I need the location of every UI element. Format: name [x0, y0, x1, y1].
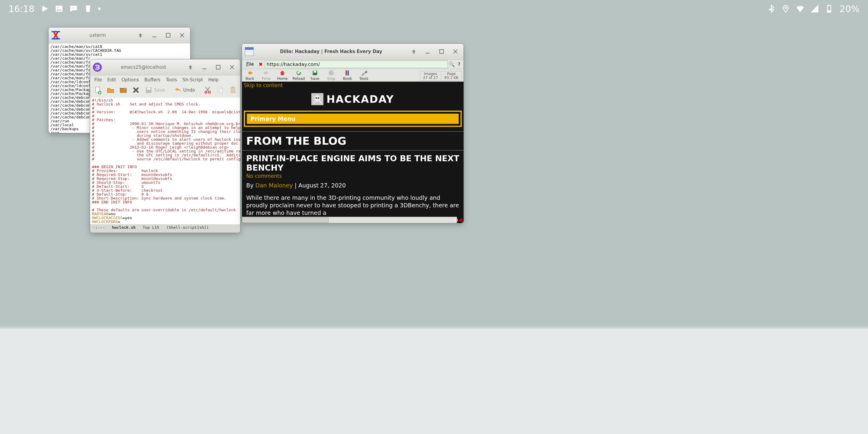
close-button[interactable] — [176, 30, 188, 41]
file-menu-label: ile — [249, 61, 254, 67]
back-button[interactable]: Back — [244, 70, 256, 81]
maximize-button[interactable] — [213, 61, 224, 73]
article-title[interactable]: PRINT-IN-PLACE ENGINE AIMS TO BE THE NEX… — [246, 154, 459, 173]
svg-rect-7 — [828, 10, 831, 12]
cut-icon[interactable] — [204, 85, 212, 95]
emacs-titlebar[interactable]: emacs25@localhost — [90, 59, 240, 75]
bug-icon — [459, 218, 463, 222]
up-button[interactable] — [185, 61, 196, 73]
save-button[interactable]: Save — [309, 70, 321, 81]
svg-rect-28 — [231, 87, 235, 93]
minimize-button[interactable] — [422, 46, 433, 57]
svg-rect-9 — [52, 38, 60, 39]
svg-rect-29 — [232, 87, 234, 88]
svg-rect-27 — [219, 88, 223, 93]
message-icon — [69, 4, 78, 13]
modeline-filename: hwclock.sh — [112, 225, 135, 230]
save-icon[interactable] — [144, 85, 153, 95]
clear-url-button[interactable]: ✖ — [257, 61, 264, 67]
svg-rect-40 — [346, 70, 347, 76]
battery-percent: 20% — [839, 4, 860, 14]
svg-point-43 — [315, 97, 317, 99]
page-info: Images27 of 27 Page93.1 KB — [420, 71, 462, 81]
new-file-icon[interactable] — [94, 85, 102, 95]
menu-help[interactable]: Help — [208, 77, 218, 83]
svg-rect-37 — [282, 73, 283, 75]
dillo-window: Dillo: Hackaday | Fresh Hacks Every Day … — [242, 43, 464, 223]
copy-icon[interactable] — [216, 85, 224, 95]
svg-point-44 — [318, 97, 319, 99]
page-label: Page — [447, 72, 456, 76]
close-button[interactable] — [450, 46, 461, 57]
forward-button[interactable]: Forw — [260, 70, 272, 81]
minimize-button[interactable] — [149, 30, 160, 41]
article-byline: By Dan Maloney | August 27, 2020 — [246, 182, 459, 189]
up-button[interactable] — [135, 30, 146, 41]
bluetooth-icon — [767, 4, 775, 13]
primary-menu-label: Primary Menu — [247, 114, 459, 124]
emacs-modeline: -:--- hwclock.sh Top L15 (Shell-script[s… — [90, 224, 240, 233]
menu-edit[interactable]: Edit — [107, 77, 116, 83]
home-button[interactable]: Home — [276, 70, 288, 81]
dillo-navbar: Back Forw Home Reload Save Stop Book Too… — [242, 69, 464, 82]
svg-rect-34 — [440, 50, 444, 54]
emacs-menubar: FileEditOptionsBuffersToolsSh-ScriptHelp — [90, 75, 240, 84]
up-button[interactable] — [408, 46, 420, 57]
undo-label: Undo — [183, 87, 195, 93]
horizontal-scrollbar[interactable] — [242, 217, 457, 223]
help-button[interactable]: ? — [456, 61, 462, 67]
close-file-icon[interactable] — [132, 85, 140, 95]
section-heading: FROM THE BLOG — [246, 135, 459, 147]
maximize-button[interactable] — [162, 30, 174, 41]
stop-button[interactable]: Stop — [325, 70, 337, 81]
location-icon — [781, 4, 790, 13]
emacs-window: emacs25@localhost FileEditOptionsBuffers… — [90, 59, 241, 233]
menu-file[interactable]: File — [94, 77, 102, 83]
close-button[interactable] — [226, 61, 238, 73]
uxterm-titlebar[interactable]: uxterm — [49, 27, 190, 43]
battery-icon — [825, 4, 833, 13]
scrollbar-thumb[interactable] — [242, 217, 329, 223]
comments-link[interactable]: No comments — [246, 173, 459, 179]
maximize-button[interactable] — [436, 46, 447, 57]
skip-link[interactable]: Skip to content — [242, 82, 464, 89]
hackaday-logo-icon — [311, 93, 323, 105]
open-folder-icon[interactable] — [119, 85, 127, 95]
dillo-title: Dillo: Hackaday | Fresh Hacks Every Day — [256, 49, 406, 54]
save-label: Save — [154, 87, 165, 93]
open-file-icon[interactable] — [106, 85, 115, 95]
svg-rect-21 — [120, 88, 127, 89]
url-input[interactable]: https://hackaday.com/ — [265, 61, 448, 68]
svg-rect-6 — [829, 5, 830, 5]
emacs-buffer[interactable]: #!/bin/sh # hwclock.sh Set and adjust th… — [90, 98, 240, 224]
site-name[interactable]: HACKADAY — [327, 93, 394, 105]
error-indicator[interactable]: 24 — [454, 218, 463, 222]
page-viewport[interactable]: Skip to content HACKADAY Primary Menu FR… — [242, 82, 464, 223]
menu-options[interactable]: Options — [121, 77, 139, 83]
menu-buffers[interactable]: Buffers — [144, 77, 160, 83]
signal-icon — [810, 4, 819, 13]
primary-menu[interactable]: Primary Menu — [244, 111, 462, 127]
undo-icon[interactable] — [174, 85, 182, 95]
cup-icon — [84, 4, 92, 13]
menu-sh-script[interactable]: Sh-Script — [182, 77, 203, 83]
bookmark-button[interactable]: Book — [341, 70, 353, 81]
dillo-url-row: File ✖ https://hackaday.com/ 🔍 ? — [242, 60, 464, 69]
dillo-titlebar[interactable]: Dillo: Hackaday | Fresh Hacks Every Day — [242, 44, 464, 60]
reload-button[interactable]: Reload — [293, 70, 305, 81]
search-button[interactable]: 🔍 — [448, 61, 455, 67]
wifi-icon — [796, 4, 804, 13]
svg-rect-11 — [166, 33, 170, 37]
tools-button[interactable]: Tools — [358, 70, 370, 81]
paste-icon[interactable] — [229, 85, 237, 95]
modeline-flags: -:--- — [93, 225, 105, 230]
uxterm-title: uxterm — [63, 33, 132, 38]
file-menu-button[interactable]: File — [243, 60, 257, 68]
minimize-button[interactable] — [198, 61, 210, 73]
menu-tools[interactable]: Tools — [166, 77, 177, 83]
images-label: Images — [424, 72, 437, 76]
svg-rect-39 — [313, 71, 316, 73]
android-status-bar: 16:18 20% — [0, 0, 868, 18]
author-link[interactable]: Dan Maloney — [255, 182, 293, 189]
svg-rect-23 — [147, 88, 150, 90]
